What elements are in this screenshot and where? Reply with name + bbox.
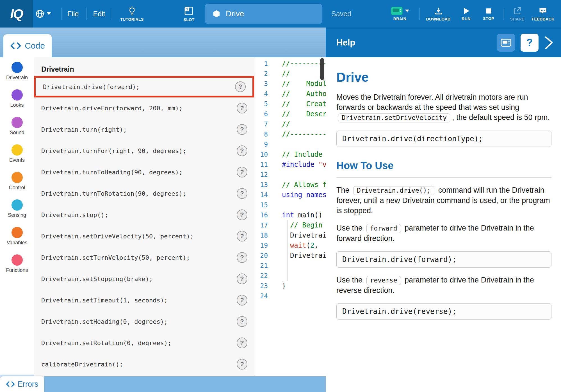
stop-button[interactable]: STOP bbox=[483, 0, 494, 28]
share-button[interactable]: SHARE bbox=[510, 0, 524, 28]
brain-icon bbox=[391, 7, 403, 15]
help-question-button[interactable]: ? bbox=[237, 231, 247, 241]
command-text: Drivetrain.setTurnVelocity(50, percent); bbox=[41, 254, 237, 261]
command-row[interactable]: Drivetrain.turn(right); ? bbox=[34, 119, 254, 140]
help-question-button[interactable]: ? bbox=[521, 34, 539, 52]
feedback-icon bbox=[539, 6, 548, 15]
help-paragraph: Use the forward parameter to drive the D… bbox=[336, 223, 551, 243]
command-row[interactable]: Drivetrain.turnToRotation(90, degrees); … bbox=[34, 183, 254, 204]
stop-label: STOP bbox=[483, 16, 494, 21]
command-text: Drivetrain.stop(); bbox=[41, 211, 237, 218]
topbar-divider bbox=[86, 8, 86, 20]
sidebar-item-events[interactable]: Events bbox=[0, 140, 34, 167]
category-dot bbox=[12, 62, 23, 73]
feedback-button[interactable]: FEEDBACK bbox=[532, 0, 555, 28]
category-dot bbox=[12, 117, 23, 128]
chevron-right-icon[interactable] bbox=[544, 35, 554, 50]
category-label: Sound bbox=[10, 130, 24, 136]
app-logo: IQ bbox=[0, 0, 33, 28]
brain-button[interactable]: BRAIN bbox=[391, 0, 409, 28]
slot-label: SLOT bbox=[184, 17, 195, 22]
edit-menu[interactable]: Edit bbox=[93, 0, 105, 28]
sidebar-item-control[interactable]: Control bbox=[0, 167, 34, 195]
command-row[interactable]: Drivetrain.setStopping(brake); ? bbox=[34, 268, 254, 290]
category-label: Control bbox=[9, 185, 25, 191]
command-text: Drivetrain.setDriveVelocity(50, percent)… bbox=[41, 233, 237, 240]
command-row[interactable]: Drivetrain.setRotation(0, degrees); ? bbox=[34, 332, 254, 354]
category-label: Sensing bbox=[8, 212, 26, 218]
inline-code: reverse bbox=[366, 276, 401, 285]
help-question-button[interactable]: ? bbox=[237, 167, 247, 177]
command-row[interactable]: Drivetrain.turnFor(right, 90, degrees); … bbox=[34, 140, 254, 161]
command-text: Drivetrain.setTimeout(1, seconds); bbox=[41, 297, 237, 304]
command-text: Drivetrain.setRotation(0, degrees); bbox=[41, 339, 237, 347]
category-list: Drivetrain Looks Sound Events Control Se… bbox=[0, 57, 34, 277]
help-question-button[interactable]: ? bbox=[237, 316, 247, 327]
help-code-block: Drivetrain.drive(forward); bbox=[336, 251, 551, 268]
sidebar-item-sensing[interactable]: Sensing bbox=[0, 195, 34, 222]
project-name-button[interactable]: Drive bbox=[205, 4, 322, 24]
sidebar-item-variables[interactable]: Variables bbox=[0, 222, 34, 250]
help-question-button[interactable]: ? bbox=[237, 252, 247, 263]
topbar-divider bbox=[419, 8, 420, 20]
editor-vertical-scrollbar[interactable] bbox=[320, 58, 324, 80]
command-row[interactable]: Drivetrain.turnToHeading(90, degrees); ? bbox=[34, 161, 254, 183]
category-dot bbox=[12, 199, 23, 211]
command-row[interactable]: Drivetrain.setHeading(0, degrees); ? bbox=[34, 311, 254, 332]
help-question-button[interactable]: ? bbox=[237, 145, 247, 156]
share-icon bbox=[513, 6, 522, 15]
download-button[interactable]: DOWNLOAD bbox=[426, 0, 450, 28]
help-header: Help ? bbox=[326, 28, 561, 57]
command-row[interactable]: Drivetrain.setTimeout(1, seconds); ? bbox=[34, 290, 254, 311]
run-button[interactable]: RUN bbox=[462, 0, 471, 28]
file-menu[interactable]: File bbox=[67, 0, 79, 28]
command-text: Drivetrain.setHeading(0, degrees); bbox=[41, 318, 237, 325]
tutorials-label: TUTORIALS bbox=[120, 17, 143, 22]
category-dot bbox=[12, 144, 23, 156]
help-question-button[interactable]: ? bbox=[237, 359, 247, 370]
help-code-block: Drivetrain.drive(reverse); bbox=[336, 303, 551, 320]
command-row[interactable]: Drivetrain.setDriveVelocity(50, percent)… bbox=[34, 225, 254, 247]
sidebar-item-sound[interactable]: Sound bbox=[0, 112, 34, 140]
brain-outline-icon bbox=[501, 38, 511, 47]
category-dot bbox=[12, 89, 23, 101]
command-text: Drivetrain.turnToRotation(90, degrees); bbox=[41, 190, 237, 197]
command-row[interactable]: calibrateDrivetrain(); ? bbox=[34, 354, 254, 375]
command-row[interactable]: Drivetrain.setTurnVelocity(50, percent);… bbox=[34, 247, 254, 268]
command-row[interactable]: Drivetrain.stop(); ? bbox=[34, 204, 254, 225]
help-question-button[interactable]: ? bbox=[237, 295, 247, 306]
code-brackets-icon bbox=[6, 381, 15, 387]
inline-code: Drivetrain.setDriveVelocity bbox=[338, 113, 450, 122]
sidebar-item-drivetrain[interactable]: Drivetrain bbox=[0, 57, 34, 85]
command-text: Drivetrain.turn(right); bbox=[41, 126, 237, 133]
help-paragraph: Use the reverse parameter to drive the D… bbox=[336, 275, 551, 295]
help-question-button[interactable]: ? bbox=[237, 209, 247, 220]
tab-errors[interactable]: Errors bbox=[0, 376, 44, 392]
help-question-button[interactable]: ? bbox=[237, 274, 247, 284]
help-question-button[interactable]: ? bbox=[237, 338, 247, 348]
category-sidebar: Drivetrain Looks Sound Events Control Se… bbox=[0, 57, 34, 392]
slot-button[interactable]: 1 SLOT bbox=[184, 0, 195, 28]
command-row[interactable]: Drivetrain.drive(forward); ? bbox=[34, 76, 254, 97]
sidebar-item-functions[interactable]: Functions bbox=[0, 250, 34, 277]
section-divider bbox=[336, 177, 551, 178]
sidebar-item-looks[interactable]: Looks bbox=[0, 85, 34, 112]
app-logo-text: IQ bbox=[10, 6, 23, 21]
tutorials-button[interactable]: TUTORIALS bbox=[120, 0, 143, 28]
help-question-button[interactable]: ? bbox=[237, 124, 247, 135]
help-question-button[interactable]: ? bbox=[235, 81, 246, 92]
download-icon bbox=[434, 6, 443, 15]
errors-tab-label: Errors bbox=[18, 380, 38, 389]
command-panel: Drivetrain Drivetrain.drive(forward); ? … bbox=[34, 57, 254, 392]
help-question-button[interactable]: ? bbox=[237, 103, 247, 113]
language-menu-button[interactable] bbox=[35, 0, 51, 28]
help-question-button[interactable]: ? bbox=[237, 188, 247, 199]
help-brain-button[interactable] bbox=[497, 34, 515, 52]
help-panel: Help ? Drive Moves the Drivetrain foreve… bbox=[326, 28, 561, 392]
command-row[interactable]: Drivetrain.driveFor(forward, 200, mm); ? bbox=[34, 97, 254, 119]
share-label: SHARE bbox=[510, 17, 524, 21]
code-editor[interactable]: 1//-------------------------------------… bbox=[254, 57, 326, 392]
download-label: DOWNLOAD bbox=[426, 17, 450, 21]
tab-code[interactable]: Code bbox=[3, 34, 52, 57]
run-label: RUN bbox=[462, 17, 471, 21]
